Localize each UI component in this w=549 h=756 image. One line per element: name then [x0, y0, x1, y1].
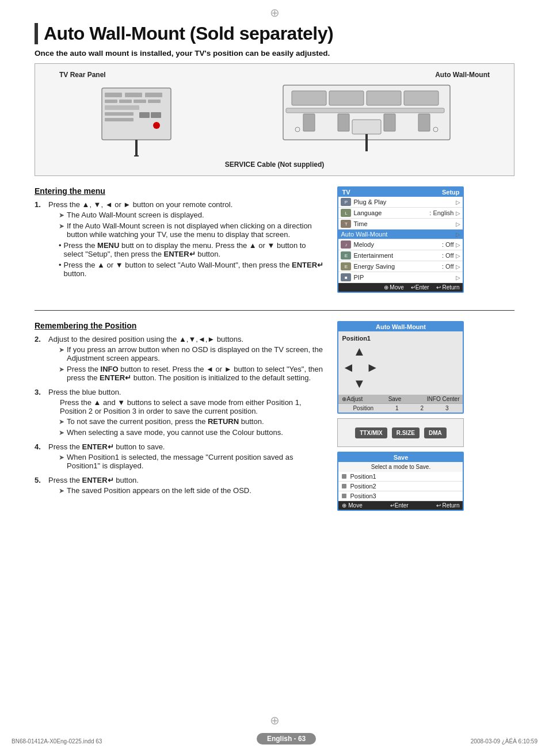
tv-icon-energy: E	[341, 262, 351, 270]
tv-ui-footer: ⊕ Move ↵Enter ↩ Return	[338, 283, 463, 292]
svg-rect-4	[105, 100, 117, 103]
tv-row-lang-value: : English	[429, 209, 453, 216]
arrow-icon-8: ➤	[59, 487, 64, 495]
tv-icon-plug: P	[341, 198, 351, 206]
step-2-content: Adjust to the desired position using the…	[48, 335, 326, 384]
svg-rect-23	[338, 114, 349, 131]
tv-row-pip-arrow: ▷	[456, 274, 460, 281]
service-cable-label: SERVICE Cable (Not supplied)	[225, 161, 324, 169]
step-1-arrow-2: ➤ If the Auto Wall-Mount screen is not d…	[59, 222, 326, 239]
step-5-arrow-1-text: The saved Position appears on the left s…	[67, 486, 251, 495]
save-option-2: Position2	[338, 482, 463, 491]
tv-row-melody-arrow: ▷	[456, 242, 460, 248]
tv-ui-header-right: Setup	[442, 189, 460, 196]
awm-left-panel: Position1 ▲ ◄ ►	[342, 335, 459, 391]
awm-footer-save: Save	[388, 396, 402, 402]
awm-arrows: ▲ ◄ ► ▼	[342, 344, 459, 391]
step-2-arrow-2-text: Press the INFO button to reset. Press th…	[67, 365, 326, 382]
svg-rect-19	[367, 91, 401, 105]
tv-ui-row-awm: Auto Wall-Mount ▷	[338, 230, 463, 239]
step-1-bullet-1-text: Press the MENU butt on to display the me…	[64, 241, 326, 258]
diagram-content	[42, 82, 507, 157]
page-footer: BN68-01412A-X0Eng-0225.indd 63 English -…	[0, 733, 549, 744]
awm-arrow-up: ▲	[353, 344, 366, 359]
diagram-label-right: Auto Wall-Mount	[435, 71, 490, 79]
svg-rect-3	[145, 93, 162, 97]
save-ui: Save Select a mode to Save. Position1 Po…	[337, 452, 464, 511]
bottom-section: Remembering the Position 2. Adjust to th…	[35, 321, 514, 511]
awm-pos-3: 3	[445, 405, 449, 411]
tv-footer-return: ↩ Return	[436, 284, 460, 291]
step-4-arrow-1: ➤ When Position1 is selected, the messag…	[59, 453, 326, 470]
remote-btn-dma: DMA	[424, 427, 447, 438]
step-1-arrow-1: ➤ The Auto Wall-Mount screen is displaye…	[59, 211, 326, 219]
awm-arrow-left: ◄	[342, 360, 354, 375]
tv-icon-lang: L	[341, 209, 351, 217]
section2-right: Auto Wall-Mount Position1 ▲ ◄ ►	[337, 321, 514, 511]
save-option-dot-1	[342, 474, 346, 479]
tv-rear-panel-svg	[96, 82, 257, 157]
remote-btn-rsize: R.SIZE	[392, 427, 420, 438]
tv-icon-pip: ■	[341, 273, 351, 281]
tv-row-melody-label: Melody	[353, 241, 439, 248]
step-5-num: 5.	[35, 476, 45, 497]
svg-rect-5	[119, 100, 132, 103]
main-content: Entering the menu 1. Press the ▲, ▼, ◄ o…	[35, 186, 514, 299]
page-title: Auto Wall-Mount (Sold separately)	[44, 23, 514, 44]
step-1: 1. Press the ▲, ▼, ◄ or ► button on your…	[35, 200, 326, 280]
save-option-3: Position3	[338, 491, 463, 501]
step-2: 2. Adjust to the desired position using …	[35, 335, 326, 384]
tv-row-awm-arrow: ▷	[456, 231, 460, 238]
step-2-arrow-1: ➤ If you press an arrow button when no O…	[59, 345, 326, 362]
svg-rect-18	[329, 91, 364, 105]
step-4-content: Press the ENTER↵ button to save. ➤ When …	[48, 442, 326, 472]
tv-ui-row-plug-play: P Plug & Play ▷	[338, 197, 463, 208]
section1-right: TV Setup P Plug & Play ▷ L Language : En…	[337, 186, 514, 299]
save-option-dot-3	[342, 494, 346, 498]
tv-row-time-arrow: ▷	[456, 221, 460, 227]
awm-arrow-right: ►	[366, 360, 379, 375]
step-4-num: 4.	[35, 442, 45, 472]
svg-rect-25	[418, 114, 430, 131]
step-1-num: 1.	[35, 200, 45, 280]
awm-ui-header: Auto Wall-Mount	[338, 322, 463, 331]
diagram-box: TV Rear Panel Auto Wall-Mount	[35, 63, 514, 176]
step-4-text: Press the ENTER↵ button to save.	[48, 442, 326, 451]
tv-ui-row-melody: ♪ Melody : Off ▷	[338, 239, 463, 250]
tv-row-time-label: Time	[353, 220, 453, 227]
awm-position-label: Position1	[342, 335, 459, 342]
svg-rect-7	[148, 100, 161, 103]
save-footer-enter: ↵Enter	[390, 502, 409, 509]
tv-row-entertainment-label: Entertainment	[353, 252, 439, 259]
save-footer-move: ⊕ Move	[342, 502, 362, 509]
awm-position-bar: Position 1 2 3	[338, 403, 463, 413]
awm-footer-adjust: ⊕Adjust	[342, 396, 363, 402]
svg-rect-17	[292, 91, 326, 105]
save-option-2-label: Position2	[350, 483, 376, 490]
step-3-num: 3.	[35, 388, 45, 439]
step-2-arrow-1-text: If you press an arrow button when no OSD…	[67, 345, 326, 362]
step-5-arrow-1: ➤ The saved Position appears on the left…	[59, 486, 251, 495]
tv-ui-header: TV Setup	[338, 188, 463, 197]
tv-row-entertainment-arrow: ▷	[456, 253, 460, 259]
title-bar: Auto Wall-Mount (Sold separately)	[35, 23, 514, 44]
save-option-1: Position1	[338, 472, 463, 482]
step-2-num: 2.	[35, 335, 45, 384]
diagram-labels: TV Rear Panel Auto Wall-Mount	[42, 71, 507, 79]
step-3-detail: Press the ▲ and ▼ buttons to select a sa…	[60, 398, 326, 415]
awm-ui: Auto Wall-Mount Position1 ▲ ◄ ►	[337, 321, 464, 414]
tv-ui-row-pip: ■ PIP ▷	[338, 272, 463, 283]
step-5-text: Press the ENTER↵ button.	[48, 476, 251, 484]
step-4-arrow-1-text: When Position1 is selected, the message …	[67, 453, 326, 470]
svg-point-13	[153, 122, 160, 129]
svg-rect-11	[139, 112, 150, 118]
step-1-bullet-1: Press the MENU butt on to display the me…	[59, 241, 326, 258]
tv-row-plug-label: Plug & Play	[353, 198, 453, 205]
arrow-icon-6: ➤	[59, 429, 64, 437]
save-ui-header: Save	[338, 453, 463, 462]
tv-row-melody-value: : Off	[442, 241, 454, 248]
footer-right: 2008-03-09 ¿ÀÉÀ 6:10:59	[471, 738, 537, 744]
tv-icon-entertainment: E	[341, 251, 351, 259]
tv-row-awm-label: Auto Wall-Mount	[341, 231, 453, 238]
section2-header: Remembering the Position	[35, 321, 326, 330]
